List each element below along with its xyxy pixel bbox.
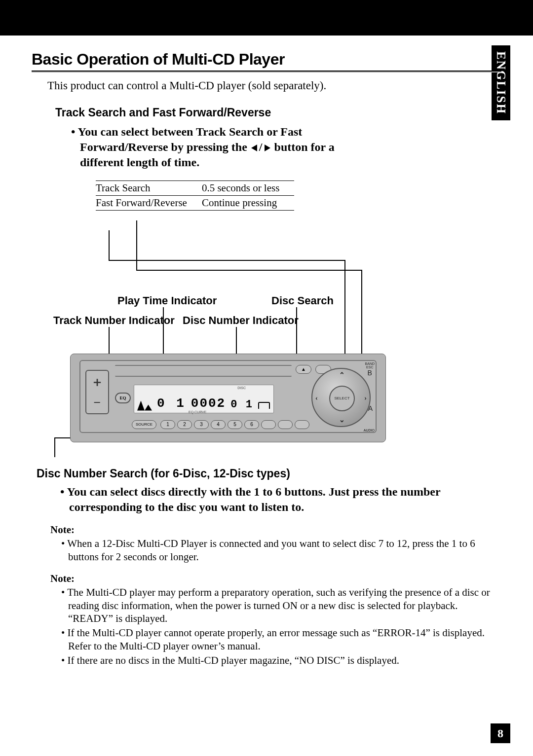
cell-label: Fast Forward/Reverse (96, 195, 202, 210)
volume-plus-icon: ＋ (91, 373, 104, 391)
note-item: If there are no discs in the Multi-CD pl… (61, 654, 500, 667)
preset-3-button[interactable]: 3 (194, 420, 209, 429)
section-track-search-heading: Track Search and Fast Forward/Reverse (55, 106, 501, 119)
eq-curve-label: EQ CURVE (189, 410, 206, 414)
display-track-number: 0 1 (157, 396, 186, 411)
preset-1-button[interactable]: 1 (160, 420, 175, 429)
note-item: If the Multi-CD player cannot operate pr… (61, 626, 500, 653)
lcd-display: EQ CURVE DISC 0 1 0002 0 1 (134, 385, 274, 413)
cd-slot (115, 365, 292, 377)
cell-value: 0.5 seconds or less (202, 180, 294, 195)
timing-table: Track Search 0.5 seconds or less Fast Fo… (96, 180, 294, 211)
leader-line (136, 270, 362, 271)
a-glyph: A (368, 404, 373, 412)
note-item: When a 12-Disc Multi-CD Player is connec… (61, 537, 500, 564)
table-row: Track Search 0.5 seconds or less (96, 180, 294, 195)
preset-number-row: 1 2 3 4 5 6 (160, 420, 309, 429)
callout-play-time: Play Time Indicator (117, 294, 217, 307)
section1-bullet: • You can select between Track Search or… (71, 124, 367, 171)
callout-disc-search: Disc Search (271, 294, 334, 307)
note-list-1: When a 12-Disc Multi-CD Player is connec… (61, 537, 500, 564)
source-button[interactable]: SOURCE (132, 420, 156, 429)
audio-label: AUDIO (364, 429, 375, 432)
rotary-dial[interactable]: SELECT ⌃ ⌄ ‹ › (311, 368, 371, 427)
device-diagram: Play Time Indicator Disc Search Track Nu… (44, 220, 489, 457)
leader-line (54, 437, 55, 457)
table-row: Fast Forward/Reverse Continue pressing (96, 195, 294, 210)
volume-rocker[interactable]: ＋ − (85, 370, 109, 414)
select-button[interactable]: SELECT (329, 386, 355, 411)
display-disc-number: 0 1 (230, 398, 253, 411)
preset-4-button[interactable]: 4 (211, 420, 226, 429)
leader-line (136, 220, 137, 270)
svg-marker-1 (265, 144, 270, 151)
page-title: Basic Operation of Multi-CD Player (32, 50, 501, 69)
section-disc-number-heading: Disc Number Search (for 6-Disc, 12-Disc … (37, 467, 501, 480)
aux-oval-1[interactable] (261, 420, 276, 429)
antenna-icon (258, 402, 270, 409)
chevron-left-icon: ‹ (315, 395, 318, 402)
title-rule (32, 71, 501, 72)
cell-value: Continue pressing (202, 195, 294, 210)
car-stereo-faceplate: ＋ − EQ EQ CURVE DISC 0 1 0002 0 1 ▲ SE (70, 354, 386, 442)
svg-marker-0 (251, 144, 257, 151)
section2-bullet-text: You can select discs directly with the 1… (67, 485, 441, 513)
cell-label: Track Search (96, 180, 202, 195)
eq-button[interactable]: EQ (115, 393, 131, 403)
chevron-up-icon: ⌃ (339, 371, 345, 379)
chevron-right-icon: › (364, 395, 367, 402)
leader-line (109, 260, 345, 261)
note-list-2: The Multi-CD player may perform a prepar… (61, 586, 500, 667)
signal-icon (137, 401, 152, 411)
chevron-down-icon: ⌄ (339, 416, 345, 424)
intro-text: This product can control a Multi-CD play… (47, 79, 501, 92)
eject-button[interactable]: ▲ (296, 365, 311, 374)
device-inner: ＋ − EQ EQ CURVE DISC 0 1 0002 0 1 ▲ SE (79, 360, 377, 433)
aux-oval-3[interactable] (295, 420, 309, 429)
callout-disc-number: Disc Number Indicator (183, 314, 299, 327)
display-play-time: 0002 (191, 396, 226, 411)
note-item: The Multi-CD player may perform a prepar… (61, 586, 500, 626)
section2-bullet: • You can select discs directly with the… (60, 484, 490, 515)
preset-2-button[interactable]: 2 (177, 420, 192, 429)
eject-icon: ▲ (301, 366, 306, 372)
band-esc-label: BAND ESCB (365, 362, 375, 377)
leader-line (109, 230, 110, 260)
aux-oval-2[interactable] (278, 420, 293, 429)
note-heading-1: Note: (50, 524, 501, 536)
note-heading-2: Note: (50, 573, 501, 585)
page-number: 8 (491, 723, 510, 743)
callout-track-number: Track Number Indicator (53, 314, 175, 327)
preset-5-button[interactable]: 5 (228, 420, 242, 429)
left-right-icon: / (250, 141, 271, 153)
volume-minus-icon: − (94, 396, 101, 410)
preset-6-button[interactable]: 6 (244, 420, 259, 429)
disc-label: DISC (237, 386, 246, 390)
top-black-bar (0, 0, 533, 36)
